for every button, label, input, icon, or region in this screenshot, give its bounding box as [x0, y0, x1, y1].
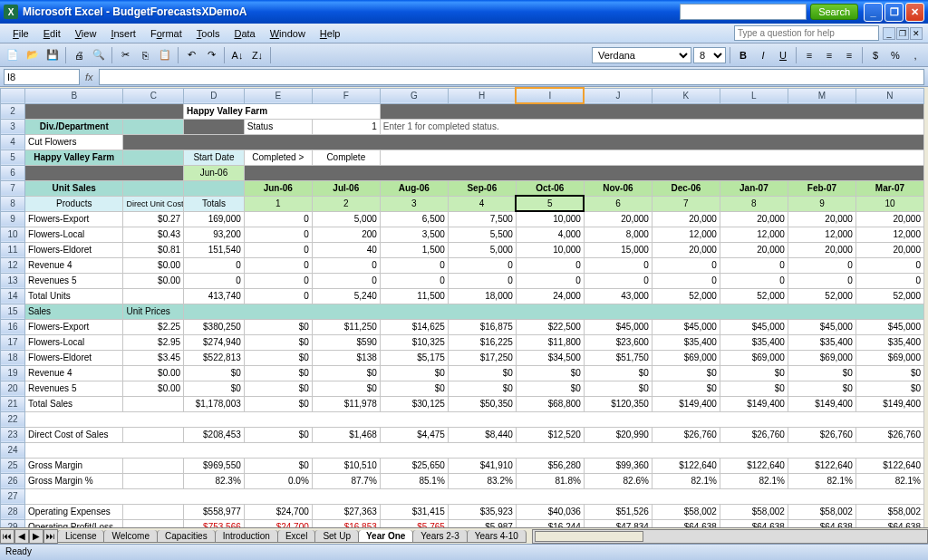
sheet-tab[interactable]: Welcome: [103, 530, 158, 543]
horizontal-scrollbar[interactable]: [532, 529, 928, 544]
cell[interactable]: $41,910: [448, 458, 516, 473]
open-icon[interactable]: 📂: [24, 46, 42, 64]
cell[interactable]: $0: [380, 365, 448, 381]
row-header[interactable]: 22: [1, 411, 25, 427]
cell[interactable]: $0: [652, 381, 720, 396]
cell[interactable]: $58,002: [720, 504, 788, 519]
cell[interactable]: $64,638: [652, 519, 720, 527]
tab-nav-last[interactable]: ⏭: [44, 529, 58, 544]
row-header[interactable]: 8: [1, 196, 25, 211]
sort-asc-icon[interactable]: A↓: [228, 46, 246, 64]
cell[interactable]: 0: [788, 273, 856, 288]
row-header[interactable]: 2: [1, 103, 25, 119]
cell[interactable]: 12,000: [652, 227, 720, 242]
cell[interactable]: 10,000: [516, 211, 584, 227]
cell[interactable]: $0: [244, 458, 312, 473]
sheet-tab[interactable]: License: [57, 530, 104, 543]
cell[interactable]: 85.1%: [380, 473, 448, 488]
tab-nav-prev[interactable]: ◀: [14, 529, 29, 544]
cell[interactable]: $0: [312, 381, 380, 396]
cell[interactable]: 5,000: [312, 211, 380, 227]
cell[interactable]: $24,700: [244, 504, 312, 519]
cell[interactable]: 20,000: [788, 242, 856, 257]
menu-view[interactable]: View: [68, 26, 104, 41]
cell[interactable]: $0: [516, 381, 584, 396]
cell[interactable]: 81.8%: [516, 473, 584, 488]
cell[interactable]: 40: [312, 242, 380, 257]
col-header[interactable]: C: [123, 88, 184, 103]
row-header[interactable]: 28: [1, 504, 25, 519]
col-header[interactable]: I: [516, 88, 584, 103]
cell[interactable]: 82.1%: [856, 473, 923, 488]
cell[interactable]: $31,415: [380, 504, 448, 519]
cell[interactable]: $35,400: [720, 334, 788, 350]
cell[interactable]: $58,002: [652, 504, 720, 519]
cell[interactable]: $45,000: [652, 319, 720, 334]
cell[interactable]: $0: [448, 381, 516, 396]
cell[interactable]: $0: [516, 365, 584, 381]
cell[interactable]: $122,640: [652, 458, 720, 473]
cell[interactable]: 0: [516, 257, 584, 273]
row-header[interactable]: 27: [1, 488, 25, 504]
cell[interactable]: $26,760: [856, 427, 923, 442]
cell[interactable]: 0: [652, 257, 720, 273]
cell[interactable]: 0.0%: [244, 473, 312, 488]
row-header[interactable]: 14: [1, 288, 25, 304]
cell[interactable]: -$5,765: [380, 519, 448, 527]
col-header[interactable]: H: [448, 88, 516, 103]
cell[interactable]: $0: [244, 396, 312, 411]
font-name-select[interactable]: Verdana: [592, 47, 691, 63]
italic-icon[interactable]: I: [754, 46, 772, 64]
cell[interactable]: $0: [312, 365, 380, 381]
cell[interactable]: $26,760: [788, 427, 856, 442]
cell[interactable]: 5,240: [312, 288, 380, 304]
cell[interactable]: $58,002: [788, 504, 856, 519]
row-header[interactable]: 13: [1, 273, 25, 288]
cell[interactable]: $0: [244, 381, 312, 396]
cell[interactable]: $1,468: [312, 427, 380, 442]
row-header[interactable]: 23: [1, 427, 25, 442]
comma-icon[interactable]: ,: [906, 46, 924, 64]
row-header[interactable]: 7: [1, 180, 25, 196]
sheet-tab[interactable]: Introduction: [215, 530, 278, 543]
col-header[interactable]: E: [244, 88, 312, 103]
cell[interactable]: $25,650: [380, 458, 448, 473]
cell[interactable]: 0: [380, 273, 448, 288]
cell[interactable]: $35,400: [856, 334, 923, 350]
row-header[interactable]: 3: [1, 119, 25, 134]
cell[interactable]: 20,000: [856, 211, 923, 227]
cell[interactable]: 52,000: [720, 288, 788, 304]
print-icon[interactable]: 🖨: [70, 46, 88, 64]
row-header[interactable]: 21: [1, 396, 25, 411]
underline-icon[interactable]: U: [774, 46, 792, 64]
cell[interactable]: 82.1%: [652, 473, 720, 488]
cell[interactable]: 0: [244, 288, 312, 304]
cut-icon[interactable]: ✂: [116, 46, 134, 64]
align-left-icon[interactable]: ≡: [800, 46, 818, 64]
align-right-icon[interactable]: ≡: [840, 46, 858, 64]
cell[interactable]: 20,000: [788, 211, 856, 227]
cell[interactable]: 0: [516, 273, 584, 288]
cell[interactable]: $0: [856, 381, 923, 396]
cell[interactable]: 20,000: [856, 242, 923, 257]
cell[interactable]: $0: [244, 365, 312, 381]
tab-nav-next[interactable]: ▶: [29, 529, 44, 544]
cell[interactable]: $149,400: [652, 396, 720, 411]
font-size-select[interactable]: 8: [693, 47, 726, 63]
cell[interactable]: $99,360: [584, 458, 652, 473]
cell[interactable]: $34,500: [516, 350, 584, 365]
cell[interactable]: 20,000: [720, 211, 788, 227]
cell[interactable]: $11,800: [516, 334, 584, 350]
row-header[interactable]: 11: [1, 242, 25, 257]
cell[interactable]: $590: [312, 334, 380, 350]
cell[interactable]: $35,400: [788, 334, 856, 350]
row-header[interactable]: 16: [1, 319, 25, 334]
cell[interactable]: $0: [720, 365, 788, 381]
row-header[interactable]: 20: [1, 381, 25, 396]
cell[interactable]: $51,750: [584, 350, 652, 365]
cell[interactable]: $0: [244, 334, 312, 350]
col-header[interactable]: K: [652, 88, 720, 103]
sheet-tab[interactable]: Excel: [277, 530, 315, 543]
undo-icon[interactable]: ↶: [182, 46, 200, 64]
align-center-icon[interactable]: ≡: [820, 46, 838, 64]
